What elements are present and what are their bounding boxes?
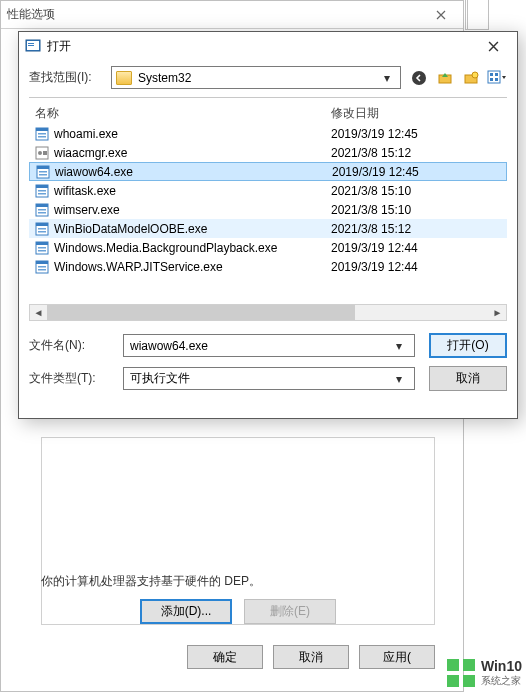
bg-title-text: 性能选项 xyxy=(7,6,55,23)
column-headers[interactable]: 名称 修改日期 xyxy=(29,102,507,124)
cancel-open-button[interactable]: 取消 xyxy=(429,366,507,391)
filetype-value: 可执行文件 xyxy=(130,370,390,387)
col-header-date[interactable]: 修改日期 xyxy=(325,102,507,124)
close-icon[interactable] xyxy=(475,32,511,60)
exe-icon xyxy=(36,165,50,179)
folder-browse-icon xyxy=(25,38,41,54)
delete-button: 删除(E) xyxy=(244,599,336,624)
open-file-dialog: 打开 查找范围(I): System32 ▾ 名称 修改日期 whoami.ex… xyxy=(18,31,518,419)
open-title-bar[interactable]: 打开 xyxy=(19,32,517,60)
watermark-line2: 系统之家 xyxy=(481,674,522,688)
filename-input[interactable]: wiawow64.exe ▾ xyxy=(123,334,415,357)
divider xyxy=(29,97,507,98)
view-menu-icon[interactable] xyxy=(487,68,507,88)
exe-icon xyxy=(35,184,49,198)
svg-rect-43 xyxy=(38,269,46,271)
svg-rect-34 xyxy=(38,228,46,230)
exe-icon xyxy=(35,241,49,255)
filetype-dropdown[interactable]: 可执行文件 ▾ xyxy=(123,367,415,390)
open-button[interactable]: 打开(O) xyxy=(429,333,507,358)
back-icon[interactable] xyxy=(409,68,429,88)
up-folder-icon[interactable] xyxy=(435,68,455,88)
new-folder-icon[interactable] xyxy=(461,68,481,88)
svg-rect-3 xyxy=(28,45,34,46)
svg-rect-19 xyxy=(43,151,47,155)
add-button[interactable]: 添加(D)... xyxy=(140,599,232,624)
ok-button[interactable]: 确定 xyxy=(187,645,263,669)
svg-rect-2 xyxy=(28,43,34,44)
scope-dropdown[interactable]: System32 ▾ xyxy=(111,66,401,89)
file-name: whoami.exe xyxy=(54,127,118,141)
bg-fragment xyxy=(465,0,489,30)
svg-rect-11 xyxy=(490,78,493,81)
svg-rect-38 xyxy=(38,247,46,249)
chevron-down-icon[interactable]: ▾ xyxy=(390,372,408,386)
svg-rect-27 xyxy=(38,193,46,195)
file-row[interactable]: Windows.Media.BackgroundPlayback.exe2019… xyxy=(29,238,507,257)
open-title-text: 打开 xyxy=(47,38,71,55)
svg-rect-9 xyxy=(490,73,493,76)
svg-rect-39 xyxy=(38,250,46,252)
exe-icon xyxy=(35,203,49,217)
file-date: 2021/3/8 15:12 xyxy=(325,146,507,160)
svg-rect-21 xyxy=(37,166,49,169)
file-date: 2019/3/19 12:45 xyxy=(325,127,507,141)
watermark: Win10 系统之家 xyxy=(447,658,522,688)
svg-rect-29 xyxy=(36,204,48,207)
col-header-name[interactable]: 名称 xyxy=(29,102,325,124)
scope-label: 查找范围(I): xyxy=(29,69,103,86)
filetype-label: 文件类型(T): xyxy=(29,370,113,387)
file-row[interactable]: wimserv.exe2021/3/8 15:10 xyxy=(29,200,507,219)
file-list: 名称 修改日期 whoami.exe2019/3/19 12:45wiaacmg… xyxy=(29,102,507,302)
file-row[interactable]: WinBioDataModelOOBE.exe2021/3/8 15:12 xyxy=(29,219,507,238)
exe-icon xyxy=(35,146,49,160)
apply-button[interactable]: 应用( xyxy=(359,645,435,669)
file-row[interactable]: whoami.exe2019/3/19 12:45 xyxy=(29,124,507,143)
svg-point-4 xyxy=(412,71,426,85)
file-row[interactable]: wiaacmgr.exe2021/3/8 15:12 xyxy=(29,143,507,162)
file-row[interactable]: Windows.WARP.JITService.exe2019/3/19 12:… xyxy=(29,257,507,276)
filename-label: 文件名(N): xyxy=(29,337,113,354)
svg-rect-35 xyxy=(38,231,46,233)
file-row[interactable]: wifitask.exe2021/3/8 15:10 xyxy=(29,181,507,200)
svg-rect-31 xyxy=(38,212,46,214)
file-date: 2021/3/8 15:10 xyxy=(325,184,507,198)
file-name: wifitask.exe xyxy=(54,184,116,198)
chevron-down-icon: ▾ xyxy=(378,71,396,85)
file-name: WinBioDataModelOOBE.exe xyxy=(54,222,207,236)
bg-panel xyxy=(41,437,435,625)
file-name: wiaacmgr.exe xyxy=(54,146,127,160)
close-icon[interactable] xyxy=(425,4,457,26)
svg-rect-41 xyxy=(36,261,48,264)
filename-value: wiawow64.exe xyxy=(130,339,390,353)
chevron-down-icon[interactable]: ▾ xyxy=(390,339,408,353)
file-row[interactable]: wiawow64.exe2019/3/19 12:45 xyxy=(29,162,507,181)
scroll-right-icon[interactable]: ► xyxy=(489,307,506,318)
svg-rect-23 xyxy=(39,174,47,176)
file-date: 2021/3/8 15:12 xyxy=(325,222,507,236)
svg-rect-37 xyxy=(36,242,48,245)
svg-rect-15 xyxy=(38,133,46,135)
scrollbar-thumb[interactable] xyxy=(47,305,355,320)
file-date: 2019/3/19 12:44 xyxy=(325,241,507,255)
scroll-left-icon[interactable]: ◄ xyxy=(30,307,47,318)
file-name: wimserv.exe xyxy=(54,203,120,217)
svg-rect-16 xyxy=(38,136,46,138)
file-name: Windows.Media.BackgroundPlayback.exe xyxy=(54,241,277,255)
svg-rect-26 xyxy=(38,190,46,192)
svg-rect-25 xyxy=(36,185,48,188)
folder-icon xyxy=(116,71,132,85)
bg-title-bar: 性能选项 xyxy=(1,1,463,29)
svg-point-7 xyxy=(472,72,478,78)
horizontal-scrollbar[interactable]: ◄ ► xyxy=(29,304,507,321)
scope-value: System32 xyxy=(138,71,378,85)
watermark-logo-icon xyxy=(447,659,475,687)
svg-rect-8 xyxy=(488,71,500,83)
file-date: 2019/3/19 12:44 xyxy=(325,260,507,274)
file-name: wiawow64.exe xyxy=(55,165,133,179)
file-date: 2019/3/19 12:45 xyxy=(326,165,506,179)
exe-icon xyxy=(35,222,49,236)
svg-rect-42 xyxy=(38,266,46,268)
svg-rect-30 xyxy=(38,209,46,211)
cancel-button[interactable]: 取消 xyxy=(273,645,349,669)
